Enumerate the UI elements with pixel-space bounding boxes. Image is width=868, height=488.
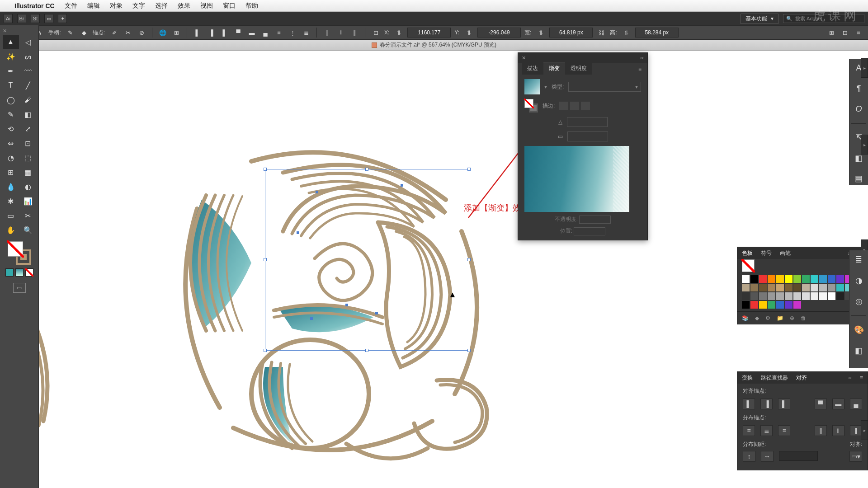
swatch-cell[interactable] (802, 292, 810, 300)
swatch-cell[interactable] (776, 301, 784, 309)
dist-sp1-icon[interactable]: ‖ (322, 28, 332, 38)
mesh-tool[interactable]: ⊞ (3, 165, 19, 179)
align-left-btn[interactable]: ▌ (743, 399, 755, 409)
panel-menu-icon[interactable]: ≡ (636, 64, 644, 75)
gradient-preview-swatch[interactable] (524, 79, 540, 94)
dist-right-btn[interactable]: ‖ (850, 425, 862, 436)
swatch-cell[interactable] (811, 284, 818, 291)
zoom-tool[interactable]: 🔍 (20, 223, 36, 237)
swatch-cell[interactable] (776, 275, 784, 283)
swatches-grid[interactable] (737, 272, 868, 311)
swatch-cell[interactable] (793, 292, 801, 300)
menu-view[interactable]: 视图 (200, 2, 213, 10)
y-step-icon[interactable]: ⥮ (464, 28, 474, 38)
library-panel-icon[interactable]: ▤ (849, 172, 868, 185)
align-menu-icon[interactable]: ≡ (860, 375, 863, 381)
align-right-btn[interactable]: ▌ (778, 399, 790, 409)
swatch-cell[interactable] (828, 284, 835, 291)
tab-brushes[interactable]: 画笔 (780, 249, 791, 257)
stroke-across-icon[interactable] (581, 102, 590, 110)
rectangle-tool[interactable]: ◯ (3, 93, 19, 107)
swatch-cell[interactable] (742, 292, 750, 300)
gradient-tool[interactable]: ▦ (20, 165, 36, 179)
home-icon[interactable]: Ai (4, 14, 13, 23)
align-bottom-btn[interactable]: ▄ (850, 399, 862, 409)
swatch-delete-icon[interactable]: 🗑 (801, 315, 806, 321)
swatch-cell[interactable] (828, 292, 835, 300)
swatch-cell[interactable] (811, 275, 818, 283)
dist-vcenter-btn[interactable]: ≣ (760, 425, 773, 436)
align-r-icon[interactable]: ▌ (220, 28, 230, 38)
symbol-sprayer-tool[interactable]: ✱ (3, 194, 19, 208)
gradient-location-input[interactable] (574, 227, 605, 235)
hand-tool[interactable]: ✋ (3, 223, 19, 237)
workspace-switcher[interactable]: 基本功能▾ (741, 14, 778, 24)
pen-tool[interactable]: ✒ (3, 64, 19, 78)
swatch-cell[interactable] (811, 292, 818, 300)
gradient-aspect-input[interactable] (567, 131, 608, 141)
panel-close-icon[interactable]: ✕ (522, 55, 526, 61)
w-step-icon[interactable]: ⥮ (536, 28, 546, 38)
gradient-panel[interactable]: ✕‹‹ 描边 渐变 透明度 ≡ ▾ 类型: ▾ 描边: △ ▭ 不透明度: 位置… (518, 52, 648, 240)
swatch-cell[interactable] (759, 284, 767, 291)
swatch-cell[interactable] (785, 301, 793, 309)
dist-hcenter-btn[interactable]: ⦀ (832, 425, 844, 436)
stroke-along-icon[interactable] (570, 102, 579, 110)
align-panel-icon[interactable]: ⊞ (826, 28, 836, 38)
menu-select[interactable]: 选择 (155, 2, 168, 10)
menu-type[interactable]: 文字 (132, 2, 145, 10)
dist-sp3-icon[interactable]: ‖ (349, 28, 359, 38)
panel-collapse-icon[interactable]: ‹‹ (640, 55, 644, 61)
swatch-cell[interactable] (776, 284, 784, 291)
perspective-tool[interactable]: ⬚ (20, 151, 36, 164)
paragraph-panel-icon[interactable]: ¶ (849, 82, 868, 96)
curvature-tool[interactable]: 〰 (20, 64, 36, 78)
swatch-cell[interactable] (802, 284, 810, 291)
swatch-cell[interactable] (759, 275, 767, 283)
dist-sp2-icon[interactable]: ⦀ (336, 28, 346, 38)
none-mode-icon[interactable] (25, 268, 33, 277)
slice-tool[interactable]: ✂ (20, 209, 36, 222)
dist-h2-icon[interactable]: ≣ (301, 28, 311, 38)
dock-toggle-5[interactable]: ▸ (861, 420, 868, 440)
align-collapse-icon[interactable]: ›› (848, 375, 852, 381)
eyedropper-tool[interactable]: 💧 (3, 180, 19, 193)
graphic-styles-icon[interactable]: ◎ (849, 295, 868, 308)
swatch-options-icon[interactable]: ⚙ (765, 315, 770, 321)
swatch-cell[interactable] (742, 275, 750, 283)
swatch-cell[interactable] (768, 301, 775, 309)
swatch-cell[interactable] (793, 275, 801, 283)
anchor-remove-icon[interactable]: ✐ (109, 28, 119, 38)
swatches-current[interactable] (742, 259, 755, 272)
tab-symbols[interactable]: 符号 (761, 249, 772, 257)
swatch-kind-icon[interactable]: ◆ (755, 315, 759, 321)
lasso-tool[interactable]: ᔕ (20, 50, 36, 63)
swatches-panel[interactable]: 色板 符号 画笔 ›› ≡ ≣▦ 📚 ◆ ⚙ 📁 ⊕ 🗑 (737, 247, 868, 324)
transform-panel-icon[interactable]: ⊡ (840, 28, 850, 38)
h-value[interactable]: 58.284 px (635, 28, 679, 38)
swatch-cell[interactable] (750, 284, 758, 291)
align-vcenter-btn[interactable]: ▬ (832, 399, 844, 409)
width-tool[interactable]: ⇔ (3, 136, 19, 150)
x-value[interactable]: 1160.177 (407, 28, 451, 38)
globe-icon[interactable]: 🌐 (158, 28, 168, 38)
free-transform-tool[interactable]: ⊡ (20, 136, 36, 150)
swatch-cell[interactable] (759, 292, 767, 300)
swatch-new-icon[interactable]: ⊕ (790, 315, 794, 321)
spacing-input[interactable] (779, 451, 818, 461)
swatch-cell[interactable] (793, 284, 801, 291)
more-icon[interactable]: ≡ (854, 28, 863, 38)
dist-vspace-btn[interactable]: ↕ (743, 451, 755, 462)
menu-file[interactable]: 文件 (65, 2, 77, 10)
tab-transparency[interactable]: 透明度 (565, 62, 592, 75)
type-tool[interactable]: T (3, 79, 19, 92)
align-top-btn[interactable]: ▀ (815, 399, 827, 409)
color-guide-icon[interactable]: ◧ (849, 344, 868, 357)
dist-bottom-btn[interactable]: ≡ (778, 425, 790, 436)
swatch-cell[interactable] (768, 292, 775, 300)
swatch-cell[interactable] (750, 301, 758, 309)
color-panel-icon[interactable]: 🎨 (849, 323, 868, 337)
menu-help[interactable]: 帮助 (245, 2, 258, 10)
direct-selection-tool[interactable]: ◁ (20, 35, 36, 49)
swatch-cell[interactable] (768, 284, 775, 291)
